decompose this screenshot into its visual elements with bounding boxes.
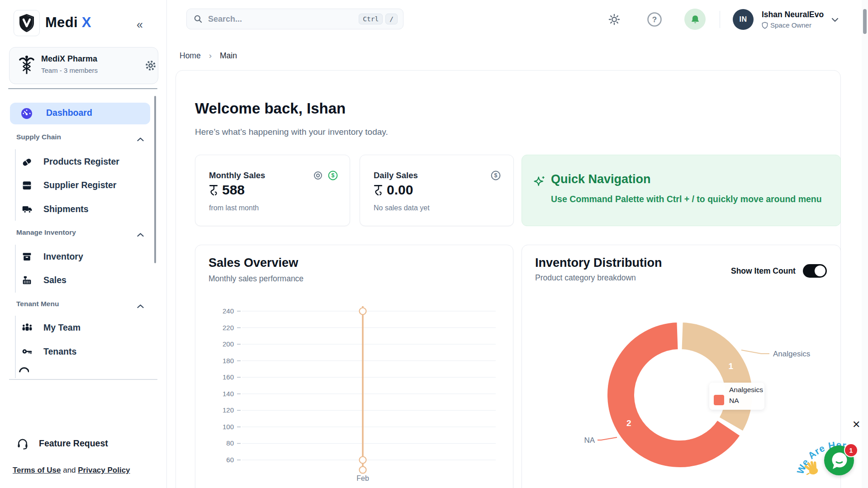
search-input[interactable] bbox=[207, 14, 359, 24]
sidebar-scrollbar[interactable] bbox=[154, 96, 156, 263]
svg-text:$: $ bbox=[332, 172, 335, 179]
chevron-up-icon[interactable] bbox=[137, 135, 144, 143]
inventory-distribution-chart[interactable]: 12AnalgesicsNA bbox=[522, 245, 840, 488]
tooltip-entry: NA bbox=[729, 397, 739, 405]
sidebar-item-dashboard[interactable]: Dashboard bbox=[10, 103, 150, 124]
rupee-symbol bbox=[374, 184, 383, 196]
section-rule bbox=[15, 245, 16, 293]
privacy-policy-link[interactable]: Privacy Policy bbox=[78, 466, 130, 474]
chevron-up-icon[interactable] bbox=[137, 302, 144, 310]
sidebar-collapse-button[interactable]: « bbox=[137, 18, 143, 31]
svg-text:Analgesics: Analgesics bbox=[773, 350, 810, 358]
sidebar-item-label: Supplier Register bbox=[43, 180, 116, 190]
search-icon bbox=[194, 14, 203, 24]
svg-text:?: ? bbox=[652, 15, 657, 24]
section-header-supply-chain[interactable]: Supply Chain bbox=[16, 133, 61, 141]
role-shield-icon bbox=[762, 22, 768, 29]
svg-text:80: 80 bbox=[226, 439, 234, 447]
user-role: Space Owner bbox=[770, 21, 811, 29]
brand-name: Medi bbox=[45, 14, 78, 30]
svg-text:160: 160 bbox=[223, 373, 234, 381]
quick-nav-subtitle: Use Command Palette with Ctrl + / to qui… bbox=[551, 194, 822, 204]
tooltip-swatch bbox=[714, 395, 724, 405]
sidebar: Medi X « MediX Pharma Team - 3 members bbox=[0, 0, 167, 488]
terms-of-use-link[interactable]: Terms of Use bbox=[13, 466, 61, 474]
search-box[interactable]: Ctrl / bbox=[186, 9, 403, 29]
svg-text:200: 200 bbox=[223, 340, 234, 348]
page-scrollbar-thumb[interactable] bbox=[863, 9, 867, 34]
brand-title: Medi X bbox=[45, 14, 91, 31]
breadcrumb-current: Main bbox=[220, 51, 237, 61]
store-icon bbox=[21, 179, 33, 191]
feature-request-label: Feature Request bbox=[39, 438, 108, 449]
notifications-button[interactable] bbox=[684, 9, 706, 30]
kbd-ctrl: Ctrl bbox=[359, 14, 383, 24]
page-scrollbar-track[interactable] bbox=[862, 0, 868, 488]
gauge-icon bbox=[21, 108, 33, 121]
sidebar-item-shipments[interactable]: Shipments bbox=[21, 202, 89, 216]
user-name: Ishan NeuralEvo bbox=[762, 10, 824, 19]
stat-value: 588 bbox=[222, 184, 245, 196]
legal-conjunction: and bbox=[61, 466, 78, 474]
topbar-divider bbox=[720, 11, 720, 28]
breadcrumb: Home › Main bbox=[180, 51, 237, 61]
truck-icon bbox=[21, 203, 33, 215]
sidebar-item-inventory[interactable]: Inventory bbox=[21, 249, 83, 264]
chevron-up-icon[interactable] bbox=[137, 231, 144, 239]
svg-text:180: 180 bbox=[223, 357, 234, 365]
sales-overview-title: Sales Overview bbox=[209, 256, 298, 270]
team-people-icon bbox=[21, 322, 33, 334]
team-settings-gear-icon[interactable] bbox=[144, 59, 157, 74]
dollar-circle-icon[interactable]: $ bbox=[490, 170, 501, 183]
section-header-manage-inventory[interactable]: Manage Inventory bbox=[16, 228, 76, 237]
help-icon[interactable]: ? bbox=[647, 12, 662, 29]
sales-overview-subtitle: Monthly sales performance bbox=[209, 274, 304, 284]
theme-toggle-sun-icon[interactable] bbox=[608, 13, 621, 28]
stat-value: 0.00 bbox=[387, 184, 413, 196]
sidebar-item-label: Sales bbox=[43, 275, 66, 285]
caduceus-icon bbox=[19, 55, 35, 77]
archive-box-icon bbox=[21, 251, 33, 263]
svg-text:Feb: Feb bbox=[356, 474, 369, 482]
sidebar-item-sales[interactable]: Sales bbox=[21, 273, 66, 287]
svg-text:220: 220 bbox=[223, 324, 234, 332]
key-icon bbox=[21, 346, 33, 358]
welcome-subtitle: Here’s what’s happening with your invent… bbox=[195, 127, 388, 137]
app-logo bbox=[14, 10, 40, 36]
shield-v-logo-icon bbox=[18, 13, 36, 33]
svg-text:2: 2 bbox=[626, 418, 631, 428]
chat-unread-badge: 1 bbox=[844, 443, 858, 457]
welcome-title: Welcome back, Ishan bbox=[195, 100, 346, 117]
target-icon[interactable] bbox=[313, 171, 323, 182]
daily-sales-card: Daily Sales $ 0.00 No sales data yet bbox=[360, 155, 514, 226]
monthly-sales-card: Monthly Sales $ 588 from last month bbox=[195, 155, 350, 226]
avatar-initials: IN bbox=[740, 15, 747, 24]
sidebar-item-supplier-register[interactable]: Supplier Register bbox=[21, 178, 116, 192]
svg-text:1: 1 bbox=[729, 361, 734, 371]
section-header-tenant-menu[interactable]: Tenant Menu bbox=[16, 300, 59, 308]
bell-icon bbox=[690, 14, 701, 25]
stat-title: Monthly Sales bbox=[209, 171, 265, 180]
sparkles-icon bbox=[533, 175, 546, 190]
chevron-down-icon bbox=[831, 16, 839, 24]
svg-text:120: 120 bbox=[223, 406, 234, 414]
feature-request-button[interactable]: Feature Request bbox=[16, 437, 108, 450]
dollar-circle-icon[interactable]: $ bbox=[327, 170, 338, 183]
sidebar-item-tenants[interactable]: Tenants bbox=[21, 344, 76, 359]
brand-accent: X bbox=[82, 14, 91, 30]
sidebar-item-my-team[interactable]: My Team bbox=[21, 320, 81, 335]
tooltip-title: Analgesics bbox=[729, 386, 763, 394]
breadcrumb-separator-icon: › bbox=[209, 51, 212, 61]
sidebar-item-label: Inventory bbox=[43, 251, 83, 262]
clipped-nav-item-icon bbox=[19, 366, 29, 372]
sidebar-item-products-register[interactable]: Products Register bbox=[21, 154, 119, 169]
chart-tooltip: Analgesics NA bbox=[709, 383, 764, 410]
sidebar-item-label: Shipments bbox=[43, 204, 89, 214]
pill-icon bbox=[21, 156, 33, 168]
legal-links: Terms of Use and Privacy Policy bbox=[13, 466, 130, 475]
user-menu[interactable]: IN Ishan NeuralEvo Space Owner bbox=[733, 9, 846, 31]
breadcrumb-home[interactable]: Home bbox=[180, 51, 201, 61]
svg-text:140: 140 bbox=[223, 390, 234, 398]
sidebar-divider-bottom bbox=[9, 379, 157, 380]
team-card[interactable]: MediX Pharma Team - 3 members bbox=[9, 47, 158, 84]
